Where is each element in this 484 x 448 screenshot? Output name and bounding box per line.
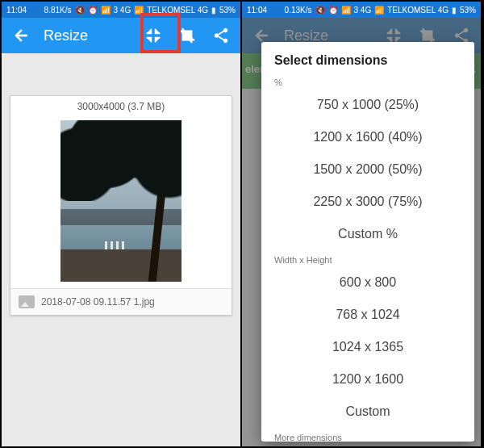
dialog-title: Select dimensions [261,53,474,73]
image-filename-row: 2018-07-08 09.11.57 1.jpg [10,288,232,315]
image-card: 3000x4000 (3.7 MB) 2018-07-08 09.11.57 1… [10,95,232,316]
mute-icon: 🔇 [315,6,325,15]
mute-icon: 🔇 [75,6,85,15]
crop-icon[interactable] [176,24,198,47]
image-dimensions-label: 3000x4000 (3.7 MB) [10,96,232,117]
dim-option[interactable]: 768 x 1024 [261,299,474,331]
dim-option[interactable]: 1200 x 1600 [261,363,474,396]
battery-icon: ▮ [211,6,216,15]
dim-option-custom[interactable]: Custom [261,396,474,428]
image-filename: 2018-07-08 09.11.57 1.jpg [41,296,155,308]
dim-option[interactable]: 1200 x 1600 (40%) [261,121,474,153]
status-time: 11:04 [247,6,267,15]
dimensions-dialog: Select dimensions % 750 x 1000 (25%) 120… [261,42,474,442]
dim-option-1024x1365[interactable]: 1024 x 1365 [261,331,474,363]
dialog-section-percent: % [261,73,474,89]
image-file-icon [19,295,35,308]
status-indicators: 8.81K/s 🔇 ⏰ 📶 3 4G 📶 TELKOMSEL 4G ▮ 53% [44,6,236,15]
right-screenshot: 11:04 0.13K/s 🔇 ⏰ 📶 3 4G 📶 TELKOMSEL 4G … [242,2,482,446]
photo-thumbnail [60,120,182,282]
status-bar: 11:04 8.81K/s 🔇 ⏰ 📶 3 4G 📶 TELKOMSEL 4G … [2,2,240,18]
battery-icon: ▮ [452,6,457,15]
page-title: Resize [44,27,131,44]
signal-icon: 📶 [101,6,111,15]
left-screenshot: 11:04 8.81K/s 🔇 ⏰ 📶 3 4G 📶 TELKOMSEL 4G … [2,2,242,446]
dialog-section-wh: Width x Height [261,250,474,266]
dim-option[interactable]: 600 x 800 [261,266,474,299]
status-bar: 11:04 0.13K/s 🔇 ⏰ 📶 3 4G 📶 TELKOMSEL 4G … [242,2,481,18]
status-indicators: 0.13K/s 🔇 ⏰ 📶 3 4G 📶 TELKOMSEL 4G ▮ 53% [285,6,476,15]
alarm-icon: ⏰ [328,6,338,15]
dim-option-custom-percent[interactable]: Custom % [261,218,474,250]
dim-option[interactable]: 2250 x 3000 (75%) [261,186,474,218]
signal-icon: 📶 [341,6,351,15]
signal-icon: 📶 [374,6,384,15]
status-time: 11:04 [6,6,27,15]
share-icon[interactable] [210,24,232,47]
resize-fit-icon[interactable] [142,24,165,47]
dim-option[interactable]: 1500 x 2000 (50%) [261,153,474,186]
signal-icon: 📶 [134,6,144,15]
dialog-section-more: More dimensions [261,428,474,442]
dim-option[interactable]: 750 x 1000 (25%) [261,89,474,121]
app-bar: Resize [2,18,240,53]
back-button[interactable] [10,24,32,47]
alarm-icon: ⏰ [88,6,98,15]
image-preview[interactable] [10,117,232,288]
